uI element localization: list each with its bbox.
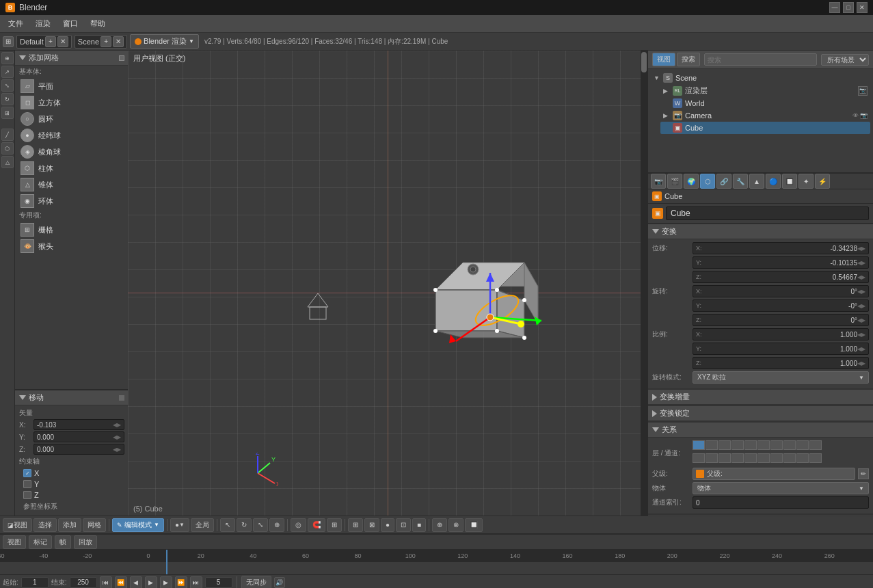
rotation-mode-dropdown[interactable]: XYZ 欧拉 ▼ xyxy=(693,371,869,384)
close-button[interactable]: ✕ xyxy=(857,2,868,13)
layer-12[interactable] xyxy=(706,453,718,463)
prop-constraint-icon[interactable]: 🔗 xyxy=(716,174,731,189)
mesh-circle[interactable]: ○ 圆环 xyxy=(15,111,129,127)
vec-y-field[interactable]: 0.000 ◀▶ xyxy=(33,431,124,442)
tl-play-btn[interactable]: 回放 xyxy=(74,535,97,549)
scale-z-field[interactable]: Z: 1.000 ◀▶ xyxy=(693,357,869,369)
layer-16[interactable] xyxy=(757,453,770,463)
mesh-uvsphere[interactable]: ● 经纬球 xyxy=(15,127,129,144)
maximize-button[interactable]: □ xyxy=(843,2,854,13)
rot-z-field[interactable]: Z: 0° ◀▶ xyxy=(693,314,869,326)
face-select-btn[interactable]: ■ xyxy=(412,518,426,532)
viewport-shade-btn[interactable]: ● ▼ xyxy=(170,518,189,532)
scene-dropdown[interactable]: 所有场景 xyxy=(821,54,869,66)
layer-3[interactable] xyxy=(718,440,731,450)
tree-camera[interactable]: ▶ 📷 Camera 👁 📷 xyxy=(660,109,870,122)
transform-header[interactable]: 变换 xyxy=(648,224,873,239)
child-of-header[interactable]: 附加关联项 xyxy=(648,514,873,516)
prop-scene-icon[interactable]: 📷 xyxy=(651,174,666,189)
menu-help[interactable]: 帮助 xyxy=(85,17,111,30)
mesh-cube[interactable]: ◻ 立方体 xyxy=(15,94,129,111)
prop-texture-icon[interactable]: 🔲 xyxy=(782,174,797,189)
layer-14[interactable] xyxy=(731,453,744,463)
tl-frame-btn[interactable]: 帧 xyxy=(55,535,71,549)
move-tool-btn[interactable]: ↖ xyxy=(220,518,235,532)
tree-world[interactable]: W World xyxy=(660,97,870,109)
tl-marker-btn[interactable]: 标记 xyxy=(29,535,52,549)
prop-render-icon[interactable]: 🎬 xyxy=(667,174,682,189)
mesh-monkey[interactable]: 🐵 猴头 xyxy=(15,238,129,254)
scene-add[interactable]: + xyxy=(100,36,111,47)
layer-20[interactable] xyxy=(809,453,822,463)
layout-remove[interactable]: ✕ xyxy=(57,36,68,47)
prop-world-icon[interactable]: 🌍 xyxy=(684,174,699,189)
timeline-content[interactable] xyxy=(0,562,873,574)
proportional-btn[interactable]: ◎ xyxy=(291,518,306,532)
tree-cube[interactable]: ▣ Cube xyxy=(660,122,870,134)
edge-select-btn[interactable]: ⊡ xyxy=(396,518,411,532)
play-btn[interactable]: ▶ xyxy=(145,576,157,589)
mirror-btn[interactable]: ⊞ xyxy=(327,518,342,532)
layer-7[interactable] xyxy=(770,440,783,450)
lock-transform-header[interactable]: 变换锁定 xyxy=(648,405,873,421)
scale-x-field[interactable]: X: 1.000 ◀▶ xyxy=(693,328,869,340)
loc-x-field[interactable]: X: -0.34238 ◀▶ xyxy=(693,242,869,254)
panel-options-icon[interactable] xyxy=(119,55,124,61)
camera-render-icon[interactable]: 📷 xyxy=(860,112,868,119)
render-engine-btn[interactable]: Blender 渲染 ▼ xyxy=(130,34,199,49)
tab-search[interactable]: 搜索 xyxy=(677,53,700,66)
layer-6[interactable] xyxy=(757,440,770,450)
object-name-input[interactable] xyxy=(666,206,869,220)
layer-19[interactable] xyxy=(796,453,809,463)
prev-frame-btn[interactable]: ◀ xyxy=(130,576,142,589)
tool-btn-1[interactable]: ⊕ xyxy=(1,52,14,64)
view-btn[interactable]: ◪ 视图 xyxy=(3,518,32,532)
audio-btn[interactable]: 🔊 xyxy=(274,577,285,588)
global-btn[interactable]: 全局 xyxy=(191,518,214,532)
crease-btn[interactable]: ⊗ xyxy=(448,518,464,532)
layer-btn-1[interactable]: ⊞ xyxy=(348,518,363,532)
prop-physics-icon[interactable]: ⚡ xyxy=(815,174,830,189)
bevel-btn[interactable]: 🔲 xyxy=(465,518,483,532)
tool-btn-2[interactable]: ↗ xyxy=(1,66,14,78)
layer-4[interactable] xyxy=(731,440,744,450)
vec-x-field[interactable]: -0.103 ◀▶ xyxy=(33,419,124,430)
mesh-icosphere[interactable]: ◈ 棱角球 xyxy=(15,144,129,160)
start-frame-input[interactable] xyxy=(21,577,49,588)
mesh-grid[interactable]: ⊞ 栅格 xyxy=(15,222,129,238)
prop-material-icon[interactable]: 🔵 xyxy=(766,174,781,189)
jump-end-btn[interactable]: ⏭ xyxy=(190,576,202,589)
loc-y-field[interactable]: Y: -0.10135 ◀▶ xyxy=(693,256,869,269)
layer-10[interactable] xyxy=(809,440,822,450)
layer-8[interactable] xyxy=(783,440,796,450)
tool-btn-5[interactable]: ╱ xyxy=(1,129,14,141)
scroll-thumb[interactable] xyxy=(641,52,647,72)
prop-object-icon[interactable]: ⬡ xyxy=(700,174,715,189)
pass-index-field[interactable]: 0 xyxy=(693,496,869,509)
layer-18[interactable] xyxy=(783,453,796,463)
prop-modifier-icon[interactable]: 🔧 xyxy=(733,174,748,189)
next-frame-btn[interactable]: ▶ xyxy=(160,576,172,589)
constraint-x-checkbox[interactable]: ✓ xyxy=(23,469,31,477)
mesh-cylinder[interactable]: ⬡ 柱体 xyxy=(15,160,129,176)
menu-window[interactable]: 窗口 xyxy=(57,17,83,30)
tree-render-layer[interactable]: ▶ RL 渲染层 📷 xyxy=(660,84,870,97)
loc-z-field[interactable]: Z: 0.54667 ◀▶ xyxy=(693,271,869,283)
layer-9[interactable] xyxy=(796,440,809,450)
prop-particle-icon[interactable]: ✦ xyxy=(798,174,814,189)
prop-data-icon[interactable]: ▲ xyxy=(749,174,764,189)
menu-file[interactable]: 文件 xyxy=(3,17,29,30)
tool-btn-4[interactable]: ⊞ xyxy=(1,107,14,119)
layer-15[interactable] xyxy=(744,453,757,463)
end-frame-input[interactable] xyxy=(70,577,97,588)
vec-z-field[interactable]: 0.000 ◀▶ xyxy=(33,444,124,455)
layer-13[interactable] xyxy=(718,453,731,463)
scale-y-field[interactable]: Y: 1.000 ◀▶ xyxy=(693,343,869,355)
scene-remove[interactable]: ✕ xyxy=(113,36,124,47)
constraint-z-checkbox[interactable] xyxy=(23,491,31,499)
camera-eye-icon[interactable]: 👁 xyxy=(852,112,859,119)
outliner-search[interactable] xyxy=(704,53,817,66)
layer-11[interactable] xyxy=(693,453,705,463)
edit-mode-dropdown[interactable]: ✎ 编辑模式 ▼ xyxy=(112,518,164,532)
select-btn[interactable]: 选择 xyxy=(33,518,57,532)
